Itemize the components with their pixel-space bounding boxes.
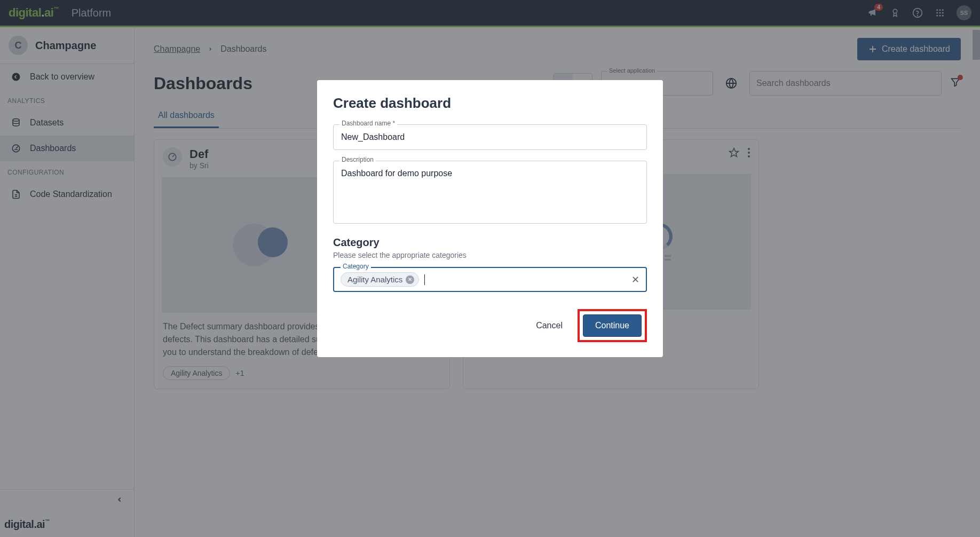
cancel-button[interactable]: Cancel [534,315,565,336]
chip-remove-icon[interactable]: ✕ [406,275,414,284]
text-cursor [424,274,425,285]
category-chip: Agility Analytics ✕ [341,272,419,287]
modal-title: Create dashboard [333,95,647,112]
modal-overlay: Create dashboard Dashboard name * Descri… [0,0,980,537]
category-section-title: Category [333,236,647,249]
continue-button[interactable]: Continue [583,314,642,337]
name-label: Dashboard name * [339,120,397,127]
create-dashboard-modal: Create dashboard Dashboard name * Descri… [317,80,663,357]
dashboard-name-input[interactable] [333,124,647,150]
continue-highlight: Continue [578,309,647,342]
description-label: Description [339,156,376,163]
description-input[interactable] [333,161,647,224]
category-input[interactable]: Category Agility Analytics ✕ ✕ [333,267,647,292]
category-label: Category [341,263,371,270]
clear-icon[interactable]: ✕ [631,274,639,286]
category-hint: Please select the appropriate categories [333,251,647,259]
